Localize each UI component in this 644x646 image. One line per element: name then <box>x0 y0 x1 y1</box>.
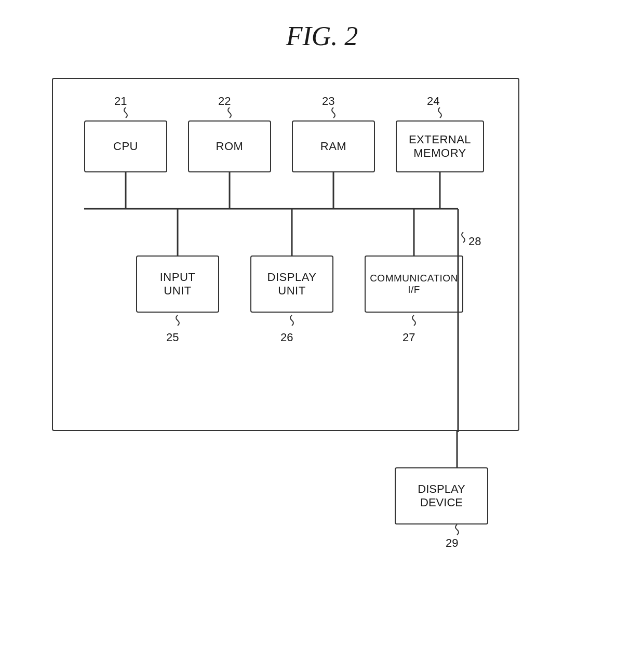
ref-29-label: 29 <box>446 536 458 550</box>
display-device-box: DISPLAY DEVICE <box>395 467 488 524</box>
system-boundary-box: CPU ROM RAM EXTERNAL MEMORY INPUT UNIT D… <box>52 78 519 431</box>
rom-box: ROM <box>188 120 271 172</box>
display-unit-box: DISPLAY UNIT <box>250 255 333 313</box>
ref-21: 21 <box>114 95 127 108</box>
ref-25: 25 <box>166 331 179 344</box>
ref-24: 24 <box>427 95 439 108</box>
ram-box: RAM <box>292 120 375 172</box>
ref-26: 26 <box>280 331 293 344</box>
ref-27: 27 <box>403 331 415 344</box>
ref-28-label: 28 <box>468 235 481 248</box>
ref-23: 23 <box>322 95 334 108</box>
input-unit-box: INPUT UNIT <box>136 255 219 313</box>
ref-22: 22 <box>218 95 231 108</box>
communication-if-box: COMMUNICATION I/F <box>365 255 463 313</box>
page-title: FIG. 2 <box>286 21 358 51</box>
external-memory-box: EXTERNAL MEMORY <box>396 120 484 172</box>
cpu-box: CPU <box>84 120 167 172</box>
